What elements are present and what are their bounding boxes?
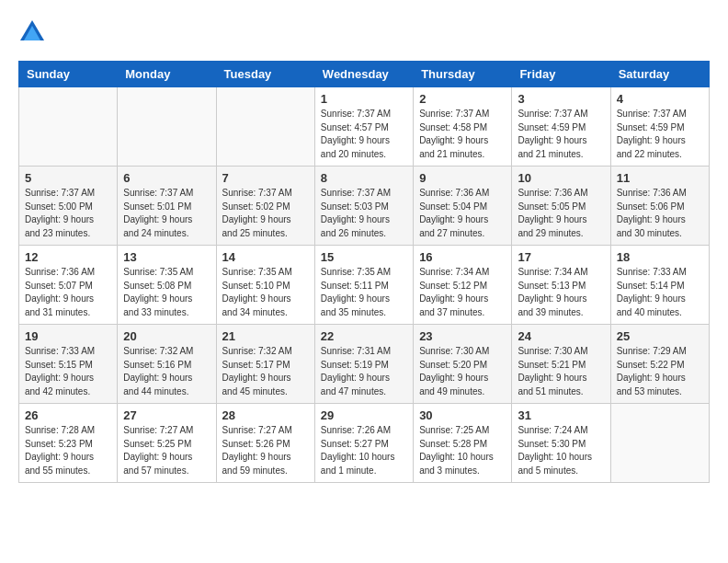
calendar-cell: 31Sunrise: 7:24 AM Sunset: 5:30 PM Dayli… bbox=[512, 404, 610, 483]
day-number: 28 bbox=[222, 408, 309, 422]
calendar-cell: 4Sunrise: 7:37 AM Sunset: 4:59 PM Daylig… bbox=[610, 87, 709, 167]
day-number: 19 bbox=[25, 329, 111, 343]
calendar-cell: 27Sunrise: 7:27 AM Sunset: 5:25 PM Dayli… bbox=[118, 404, 216, 483]
calendar-cell: 5Sunrise: 7:37 AM Sunset: 5:00 PM Daylig… bbox=[19, 167, 118, 246]
day-number: 24 bbox=[518, 329, 604, 343]
cell-content: Sunrise: 7:28 AM Sunset: 5:23 PM Dayligh… bbox=[25, 424, 111, 477]
calendar-cell: 22Sunrise: 7:31 AM Sunset: 5:19 PM Dayli… bbox=[314, 325, 413, 404]
cell-content: Sunrise: 7:37 AM Sunset: 4:59 PM Dayligh… bbox=[617, 108, 703, 161]
cell-content: Sunrise: 7:26 AM Sunset: 5:27 PM Dayligh… bbox=[321, 424, 407, 477]
calendar-week-row: 1Sunrise: 7:37 AM Sunset: 4:57 PM Daylig… bbox=[19, 87, 710, 167]
day-number: 22 bbox=[321, 329, 407, 343]
cell-content: Sunrise: 7:30 AM Sunset: 5:21 PM Dayligh… bbox=[518, 345, 604, 398]
calendar-cell: 13Sunrise: 7:35 AM Sunset: 5:08 PM Dayli… bbox=[118, 246, 216, 325]
cell-content: Sunrise: 7:37 AM Sunset: 4:59 PM Dayligh… bbox=[518, 108, 604, 161]
day-number: 30 bbox=[419, 408, 506, 422]
day-number: 15 bbox=[321, 250, 407, 264]
cell-content: Sunrise: 7:33 AM Sunset: 5:14 PM Dayligh… bbox=[617, 266, 703, 319]
cell-content: Sunrise: 7:37 AM Sunset: 4:57 PM Dayligh… bbox=[321, 108, 407, 161]
calendar-week-row: 19Sunrise: 7:33 AM Sunset: 5:15 PM Dayli… bbox=[19, 325, 710, 404]
calendar-cell: 10Sunrise: 7:36 AM Sunset: 5:05 PM Dayli… bbox=[512, 167, 610, 246]
cell-content: Sunrise: 7:32 AM Sunset: 5:17 PM Dayligh… bbox=[222, 345, 309, 398]
day-number: 8 bbox=[321, 171, 407, 185]
calendar-cell: 24Sunrise: 7:30 AM Sunset: 5:21 PM Dayli… bbox=[512, 325, 610, 404]
calendar-cell: 20Sunrise: 7:32 AM Sunset: 5:16 PM Dayli… bbox=[118, 325, 216, 404]
cell-content: Sunrise: 7:37 AM Sunset: 5:01 PM Dayligh… bbox=[123, 187, 210, 240]
day-number: 5 bbox=[25, 171, 111, 185]
day-number: 26 bbox=[25, 408, 111, 422]
header-cell: Saturday bbox=[610, 62, 709, 87]
logo-icon bbox=[18, 18, 46, 46]
day-number: 23 bbox=[419, 329, 506, 343]
cell-content: Sunrise: 7:37 AM Sunset: 5:03 PM Dayligh… bbox=[321, 187, 407, 240]
cell-content: Sunrise: 7:35 AM Sunset: 5:10 PM Dayligh… bbox=[222, 266, 309, 319]
day-number: 16 bbox=[419, 250, 506, 264]
cell-content: Sunrise: 7:36 AM Sunset: 5:04 PM Dayligh… bbox=[419, 187, 506, 240]
calendar-cell bbox=[610, 404, 709, 483]
day-number: 31 bbox=[518, 408, 604, 422]
cell-content: Sunrise: 7:35 AM Sunset: 5:11 PM Dayligh… bbox=[321, 266, 407, 319]
calendar-cell: 9Sunrise: 7:36 AM Sunset: 5:04 PM Daylig… bbox=[414, 167, 512, 246]
header-cell: Wednesday bbox=[314, 62, 413, 87]
header-cell: Thursday bbox=[414, 62, 512, 87]
day-number: 3 bbox=[518, 92, 604, 106]
calendar-cell: 28Sunrise: 7:27 AM Sunset: 5:26 PM Dayli… bbox=[216, 404, 314, 483]
cell-content: Sunrise: 7:32 AM Sunset: 5:16 PM Dayligh… bbox=[123, 345, 210, 398]
calendar-week-row: 5Sunrise: 7:37 AM Sunset: 5:00 PM Daylig… bbox=[19, 167, 710, 246]
day-number: 9 bbox=[419, 171, 506, 185]
header-cell: Monday bbox=[118, 62, 216, 87]
calendar-table: SundayMondayTuesdayWednesdayThursdayFrid… bbox=[18, 61, 710, 483]
day-number: 29 bbox=[321, 408, 407, 422]
calendar-cell: 6Sunrise: 7:37 AM Sunset: 5:01 PM Daylig… bbox=[118, 167, 216, 246]
calendar-cell: 16Sunrise: 7:34 AM Sunset: 5:12 PM Dayli… bbox=[414, 246, 512, 325]
cell-content: Sunrise: 7:27 AM Sunset: 5:26 PM Dayligh… bbox=[222, 424, 309, 477]
calendar-cell: 26Sunrise: 7:28 AM Sunset: 5:23 PM Dayli… bbox=[19, 404, 118, 483]
cell-content: Sunrise: 7:37 AM Sunset: 5:00 PM Dayligh… bbox=[25, 187, 111, 240]
cell-content: Sunrise: 7:34 AM Sunset: 5:12 PM Dayligh… bbox=[419, 266, 506, 319]
calendar-cell bbox=[118, 87, 216, 167]
calendar-cell: 21Sunrise: 7:32 AM Sunset: 5:17 PM Dayli… bbox=[216, 325, 314, 404]
calendar-cell bbox=[19, 87, 118, 167]
calendar-cell: 17Sunrise: 7:34 AM Sunset: 5:13 PM Dayli… bbox=[512, 246, 610, 325]
cell-content: Sunrise: 7:31 AM Sunset: 5:19 PM Dayligh… bbox=[321, 345, 407, 398]
day-number: 4 bbox=[617, 92, 703, 106]
day-number: 14 bbox=[222, 250, 309, 264]
calendar-cell: 15Sunrise: 7:35 AM Sunset: 5:11 PM Dayli… bbox=[314, 246, 413, 325]
day-number: 20 bbox=[123, 329, 210, 343]
calendar-cell: 8Sunrise: 7:37 AM Sunset: 5:03 PM Daylig… bbox=[314, 167, 413, 246]
day-number: 2 bbox=[419, 92, 506, 106]
cell-content: Sunrise: 7:29 AM Sunset: 5:22 PM Dayligh… bbox=[617, 345, 703, 398]
header-cell: Tuesday bbox=[216, 62, 314, 87]
calendar-cell bbox=[216, 87, 314, 167]
calendar-cell: 3Sunrise: 7:37 AM Sunset: 4:59 PM Daylig… bbox=[512, 87, 610, 167]
day-number: 27 bbox=[123, 408, 210, 422]
cell-content: Sunrise: 7:24 AM Sunset: 5:30 PM Dayligh… bbox=[518, 424, 604, 477]
cell-content: Sunrise: 7:33 AM Sunset: 5:15 PM Dayligh… bbox=[25, 345, 111, 398]
day-number: 7 bbox=[222, 171, 309, 185]
cell-content: Sunrise: 7:35 AM Sunset: 5:08 PM Dayligh… bbox=[123, 266, 210, 319]
calendar-cell: 7Sunrise: 7:37 AM Sunset: 5:02 PM Daylig… bbox=[216, 167, 314, 246]
calendar-header: SundayMondayTuesdayWednesdayThursdayFrid… bbox=[19, 62, 710, 87]
calendar-cell: 19Sunrise: 7:33 AM Sunset: 5:15 PM Dayli… bbox=[19, 325, 118, 404]
cell-content: Sunrise: 7:37 AM Sunset: 4:58 PM Dayligh… bbox=[419, 108, 506, 161]
day-number: 1 bbox=[321, 92, 407, 106]
calendar-week-row: 12Sunrise: 7:36 AM Sunset: 5:07 PM Dayli… bbox=[19, 246, 710, 325]
header-cell: Friday bbox=[512, 62, 610, 87]
day-number: 25 bbox=[617, 329, 703, 343]
cell-content: Sunrise: 7:30 AM Sunset: 5:20 PM Dayligh… bbox=[419, 345, 506, 398]
day-number: 13 bbox=[123, 250, 210, 264]
calendar-cell: 1Sunrise: 7:37 AM Sunset: 4:57 PM Daylig… bbox=[314, 87, 413, 167]
cell-content: Sunrise: 7:36 AM Sunset: 5:06 PM Dayligh… bbox=[617, 187, 703, 240]
cell-content: Sunrise: 7:36 AM Sunset: 5:05 PM Dayligh… bbox=[518, 187, 604, 240]
cell-content: Sunrise: 7:36 AM Sunset: 5:07 PM Dayligh… bbox=[25, 266, 111, 319]
calendar-cell: 18Sunrise: 7:33 AM Sunset: 5:14 PM Dayli… bbox=[610, 246, 709, 325]
calendar-cell: 29Sunrise: 7:26 AM Sunset: 5:27 PM Dayli… bbox=[314, 404, 413, 483]
cell-content: Sunrise: 7:34 AM Sunset: 5:13 PM Dayligh… bbox=[518, 266, 604, 319]
calendar-cell: 14Sunrise: 7:35 AM Sunset: 5:10 PM Dayli… bbox=[216, 246, 314, 325]
cell-content: Sunrise: 7:27 AM Sunset: 5:25 PM Dayligh… bbox=[123, 424, 210, 477]
calendar-cell: 23Sunrise: 7:30 AM Sunset: 5:20 PM Dayli… bbox=[414, 325, 512, 404]
calendar-cell: 12Sunrise: 7:36 AM Sunset: 5:07 PM Dayli… bbox=[19, 246, 118, 325]
calendar-body: 1Sunrise: 7:37 AM Sunset: 4:57 PM Daylig… bbox=[19, 87, 710, 483]
page-header bbox=[18, 18, 710, 46]
logo bbox=[18, 18, 50, 46]
